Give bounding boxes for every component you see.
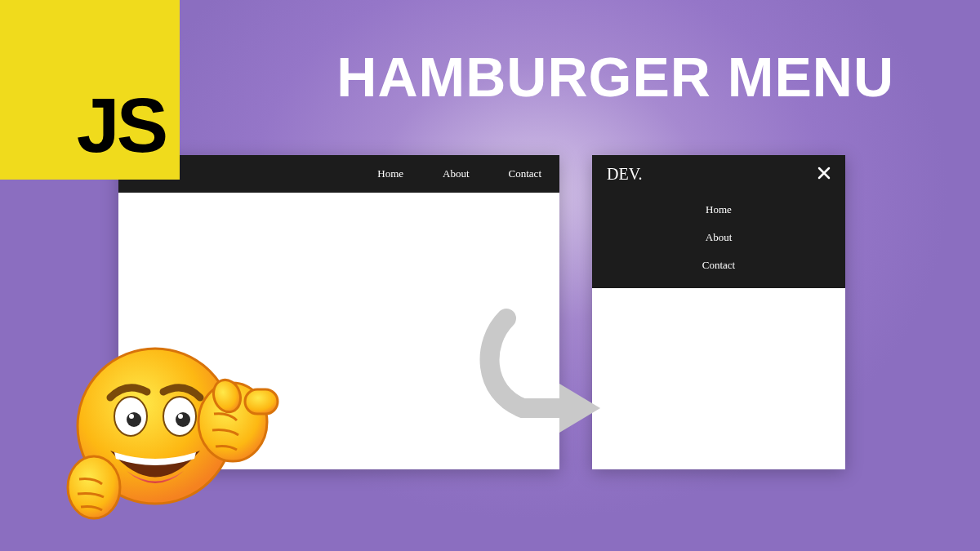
mobile-brand: DEV.: [607, 165, 643, 184]
js-logo-text: JS: [77, 81, 165, 170]
svg-point-6: [178, 414, 183, 419]
mobile-link-about[interactable]: About: [706, 231, 733, 244]
svg-point-3: [127, 412, 141, 427]
mobile-nav-header: DEV.: [592, 155, 845, 193]
nav-link-about[interactable]: About: [443, 167, 470, 180]
page-title: HAMBURGER MENU: [336, 45, 894, 109]
mobile-link-contact[interactable]: Contact: [702, 259, 735, 272]
svg-rect-8: [245, 389, 278, 414]
svg-point-5: [129, 414, 134, 419]
mobile-link-home[interactable]: Home: [706, 203, 732, 216]
arrow-icon: [457, 302, 621, 441]
svg-point-4: [176, 412, 190, 427]
nav-link-contact[interactable]: Contact: [509, 167, 541, 180]
mobile-nav-links: Home About Contact: [592, 193, 845, 288]
svg-point-10: [68, 456, 120, 518]
js-logo-badge: JS: [0, 0, 180, 180]
mobile-navbar: DEV. Home About Contact: [592, 155, 845, 288]
desktop-nav-links: Home About Contact: [377, 167, 541, 180]
close-icon[interactable]: [817, 165, 831, 184]
nav-link-home[interactable]: Home: [377, 167, 403, 180]
pointing-emoji-icon: [65, 320, 282, 536]
mobile-preview: DEV. Home About Contact: [592, 155, 845, 469]
desktop-navbar: V. Home About Contact: [118, 155, 559, 193]
